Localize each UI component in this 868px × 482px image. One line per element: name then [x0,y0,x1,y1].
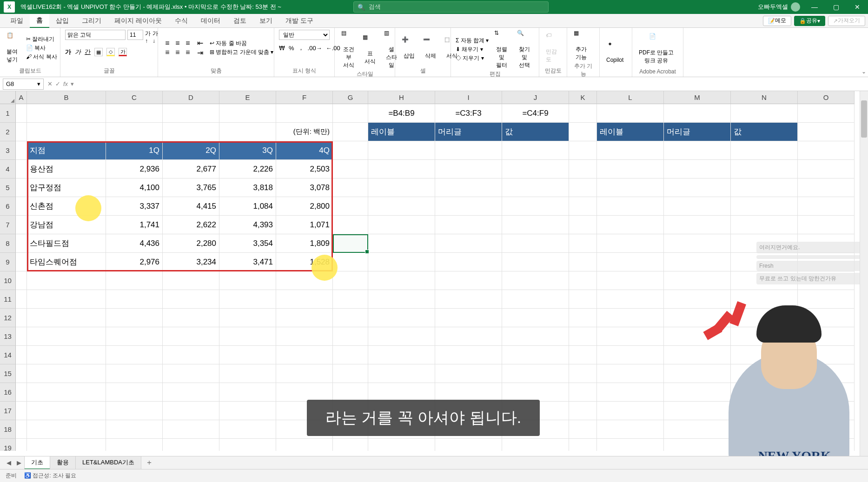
ribbon-tab-5[interactable]: 수식 [168,14,194,28]
col-header-N[interactable]: N [731,91,798,104]
col-header-D[interactable]: D [163,91,219,104]
indent-decrease-button[interactable]: ⇤ [197,39,203,47]
sheet-nav-next[interactable]: ▶ [14,459,24,466]
row-header-3[interactable]: 3 [0,141,16,160]
col-header-J[interactable]: J [502,91,569,104]
col-header-L[interactable]: L [597,91,664,104]
border-button[interactable]: ▦ [94,48,103,56]
format-painter-button[interactable]: 🖌 서식 복사 [26,53,57,61]
memo-button[interactable]: 📝 메모 [763,16,791,26]
ribbon-tab-0[interactable]: 파일 [4,14,30,28]
row-header-6[interactable]: 6 [0,197,16,216]
col-header-G[interactable]: G [333,91,368,104]
sheet-tab-2[interactable]: LET&LAMBDA기초 [75,456,141,469]
row-header-14[interactable]: 14 [0,346,16,364]
add-sheet-button[interactable]: ＋ [141,458,158,468]
font-color-button[interactable]: 가 [119,48,127,56]
sensitivity-button[interactable]: 🏷민감도 [544,32,563,64]
row-header-15[interactable]: 15 [0,364,16,383]
copy-button[interactable]: 📄 복사 [26,44,57,52]
ribbon-tab-3[interactable]: 그리기 [75,14,108,28]
ribbon-tab-7[interactable]: 검토 [227,14,253,28]
comma-button[interactable]: ， [298,44,304,52]
italic-button[interactable]: 가 [75,48,81,56]
minimize-button[interactable]: — [804,0,825,14]
row-header-12[interactable]: 12 [0,309,16,327]
font-name-select[interactable] [65,30,126,40]
col-header-C[interactable]: C [106,91,163,104]
table-format-button[interactable]: ▦표 서식 [361,34,379,66]
col-header-F[interactable]: F [276,91,333,104]
col-header-B[interactable]: B [27,91,106,104]
cut-button[interactable]: ✂ 잘라내기 [26,35,57,43]
col-header-K[interactable]: K [569,91,597,104]
col-header-I[interactable]: I [435,91,502,104]
wrap-text-button[interactable]: ↩ 자동 줄 바꿈 [210,40,273,47]
insert-cells-button[interactable]: ➕삽입 [400,36,418,60]
row-header-1[interactable]: 1 [0,104,16,123]
sheet-nav-prev[interactable]: ◀ [4,459,14,466]
ribbon-tab-4[interactable]: 페이지 레이아웃 [108,14,168,28]
merge-center-button[interactable]: ⊞ 병합하고 가운데 맞춤 ▾ [210,48,273,56]
ribbon-tab-1[interactable]: 홈 [30,14,49,28]
copilot-button[interactable]: ✦Copilot [604,41,625,63]
col-header-E[interactable]: E [219,91,276,104]
currency-button[interactable]: ₩ [279,45,285,52]
fx-icon[interactable]: fx [63,80,68,87]
vertical-scrollbar[interactable] [860,91,868,456]
increase-decimal-button[interactable]: .00→ [308,45,322,52]
horizontal-align-buttons[interactable]: ≡≡≡ [163,49,192,56]
import-button[interactable]: ↗ 가져오기 [828,16,865,26]
underline-button[interactable]: 간 [85,48,91,56]
collapse-ribbon-button[interactable]: ⌄ [861,68,866,75]
conditional-format-button[interactable]: ▤조건부 서식 [339,30,358,69]
vertical-align-buttons[interactable]: ≡≡≡ [163,40,192,47]
paste-button[interactable]: 📋 붙여넣기 [5,32,23,64]
find-select-button[interactable]: 🔍찾기 및 선택 [514,30,534,69]
font-size-select[interactable] [127,30,143,40]
row-header-16[interactable]: 16 [0,383,16,402]
row-header-19[interactable]: 19 [0,439,16,451]
maximize-button[interactable]: ▢ [825,0,847,14]
clear-button[interactable]: ◇ 지우기 ▾ [456,54,489,62]
ribbon-tab-8[interactable]: 보기 [253,14,279,28]
share-button[interactable]: 🔒 공유 ▾ [794,16,825,26]
autosum-button[interactable]: Σ 자동 합계 ▾ [456,37,489,45]
col-header-O[interactable]: O [798,91,855,104]
number-format-select[interactable]: 일반 [279,30,330,40]
ribbon-tab-6[interactable]: 데이터 [194,14,227,28]
sheet-tab-0[interactable]: 기초 [24,456,50,469]
user-account[interactable]: 오빠두엑셀 [758,2,800,12]
bold-button[interactable]: 가 [65,48,71,56]
delete-cells-button[interactable]: ➖삭제 [421,36,440,60]
sheet-tab-1[interactable]: 활용 [50,456,76,469]
pdf-share-button[interactable]: 📄PDF로 만들고 링크 공유 [637,33,676,65]
row-header-9[interactable]: 9 [0,253,16,271]
row-header-4[interactable]: 4 [0,160,16,178]
row-header-10[interactable]: 10 [0,271,16,290]
row-header-5[interactable]: 5 [0,178,16,197]
formula-input[interactable] [74,79,868,90]
close-button[interactable]: ✕ [847,0,868,14]
percent-button[interactable]: % [289,45,294,52]
increase-font-icon[interactable]: 가↑ [145,30,151,44]
row-header-2[interactable]: 2 [0,123,16,141]
name-box[interactable]: G8▾ [3,79,44,90]
fill-button[interactable]: ⬇ 채우기 ▾ [456,46,489,53]
row-header-13[interactable]: 13 [0,327,16,346]
addins-button[interactable]: ▦추가 기능 [572,30,590,61]
fill-color-button[interactable]: ◇ [106,48,115,56]
row-header-17[interactable]: 17 [0,402,16,420]
row-header-7[interactable]: 7 [0,216,16,234]
ribbon-tab-2[interactable]: 삽입 [49,14,75,28]
search-box[interactable]: 🔍 검색 [353,1,549,13]
col-header-M[interactable]: M [664,91,731,104]
row-header-8[interactable]: 8 [0,234,16,253]
select-all-corner[interactable] [0,91,16,104]
row-header-18[interactable]: 18 [0,420,16,439]
col-header-A[interactable]: A [16,91,27,104]
ribbon-tab-9[interactable]: 개발 도구 [279,14,320,28]
decrease-font-icon[interactable]: 가↓ [152,30,158,44]
accept-formula-icon[interactable]: ✓ [55,80,60,87]
indent-increase-button[interactable]: ⇥ [197,48,203,57]
